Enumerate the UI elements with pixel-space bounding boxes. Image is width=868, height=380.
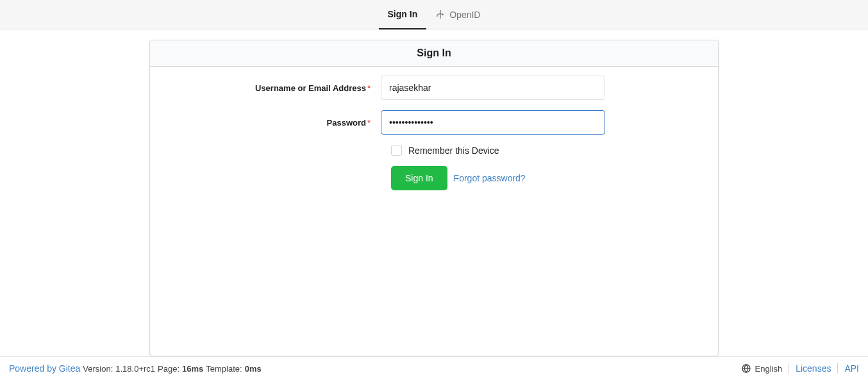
- tab-signin[interactable]: Sign In: [379, 0, 427, 29]
- tab-openid[interactable]: OpenID: [426, 0, 489, 29]
- required-mark: *: [367, 118, 371, 128]
- auth-tabs: Sign In OpenID: [0, 0, 868, 29]
- required-mark: *: [367, 83, 371, 93]
- password-input[interactable]: [381, 110, 605, 135]
- main-content: Sign In Username or Email Address* Passw…: [0, 29, 868, 356]
- version-value: 1.18.0+rc1: [115, 364, 155, 374]
- signin-button[interactable]: Sign In: [391, 166, 447, 190]
- footer-right: English Licenses API: [741, 363, 859, 374]
- api-link[interactable]: API: [844, 363, 859, 374]
- panel-title: Sign In: [150, 40, 718, 67]
- openid-icon: [435, 10, 446, 20]
- remember-row: Remember this Device: [160, 145, 708, 156]
- version-label: Version:: [83, 364, 113, 374]
- powered-by-link[interactable]: Powered by Gitea: [9, 363, 80, 374]
- tab-openid-label: OpenID: [449, 10, 480, 20]
- username-label: Username or Email Address*: [160, 83, 381, 93]
- licenses-link[interactable]: Licenses: [796, 363, 831, 374]
- forgot-password-link[interactable]: Forgot password?: [454, 173, 526, 183]
- language-selector[interactable]: English: [741, 363, 783, 374]
- page-label: Page:: [158, 364, 179, 374]
- language-label: English: [755, 364, 783, 374]
- username-row: Username or Email Address*: [160, 76, 708, 100]
- signin-form: Username or Email Address* Password* Rem…: [150, 67, 718, 204]
- checkbox-box: [391, 145, 402, 156]
- password-label: Password*: [160, 118, 381, 128]
- tab-signin-label: Sign In: [388, 9, 418, 19]
- template-value: 0ms: [245, 364, 262, 374]
- footer-divider: [789, 363, 789, 374]
- remember-label: Remember this Device: [408, 145, 499, 156]
- action-row: Sign In Forgot password?: [160, 166, 708, 190]
- username-input[interactable]: [381, 76, 605, 100]
- globe-icon: [741, 363, 751, 374]
- page-value: 16ms: [182, 364, 203, 374]
- signin-panel: Sign In Username or Email Address* Passw…: [149, 40, 719, 356]
- footer-left: Powered by Gitea Version: 1.18.0+rc1 Pag…: [9, 363, 262, 374]
- footer-divider: [837, 363, 838, 374]
- remember-checkbox[interactable]: Remember this Device: [391, 145, 499, 156]
- template-label: Template:: [206, 364, 242, 374]
- footer: Powered by Gitea Version: 1.18.0+rc1 Pag…: [0, 356, 868, 380]
- password-row: Password*: [160, 110, 708, 135]
